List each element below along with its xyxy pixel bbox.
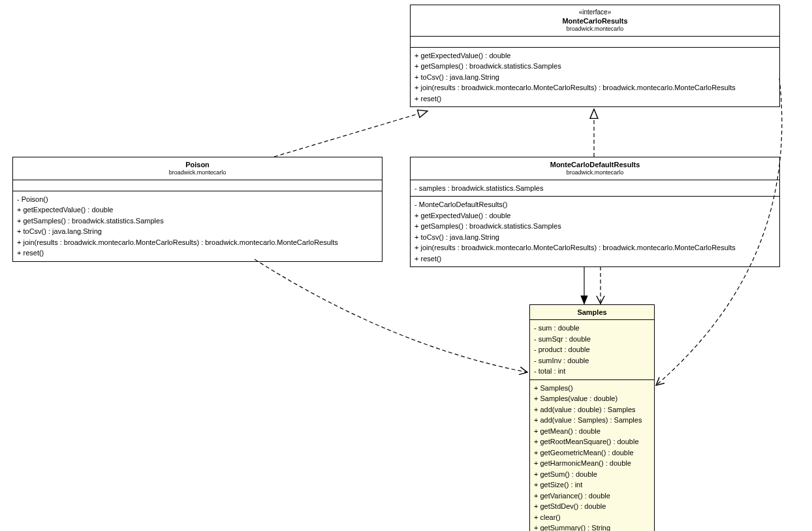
member: + getSize() : int <box>534 479 650 491</box>
fields-section <box>13 180 382 191</box>
class-name: MonteCarloDefaultResults <box>414 160 775 169</box>
member: + toCsv() : java.lang.String <box>414 72 775 83</box>
package-name: broadwick.montecarlo <box>17 169 378 177</box>
methods-section: - Poison()+ getExpectedValue() : double+… <box>13 191 382 261</box>
member: + reset() <box>414 253 775 265</box>
member: + getRootMeanSquare() : double <box>534 436 650 447</box>
member: + join(results : broadwick.montecarlo.Mo… <box>414 82 775 93</box>
member: + join(results : broadwick.montecarlo.Mo… <box>17 237 378 248</box>
class-name: Samples <box>534 308 650 317</box>
member: + add(value : Samples) : Samples <box>534 415 650 426</box>
member: + getSummary() : String <box>534 523 650 531</box>
package-name: broadwick.montecarlo <box>414 25 775 33</box>
member: + getSamples() : broadwick.statistics.Sa… <box>414 61 775 72</box>
member: + Samples(value : double) <box>534 393 650 404</box>
methods-section: + getExpectedValue() : double+ getSample… <box>411 48 779 107</box>
member: - MonteCarloDefaultResults() <box>414 199 775 210</box>
member: + getSamples() : broadwick.statistics.Sa… <box>17 216 378 227</box>
member: + getVariance() : double <box>534 491 650 502</box>
member: + toCsv() : java.lang.String <box>414 232 775 243</box>
member: + clear() <box>534 512 650 523</box>
member: - Poison() <box>17 194 378 205</box>
member: + reset() <box>17 248 378 259</box>
member: + Samples() <box>534 383 650 394</box>
member: + getGeometricMean() : double <box>534 447 650 459</box>
member: - product : double <box>534 344 650 355</box>
fields-section <box>411 37 779 48</box>
stereotype: «interface» <box>414 8 775 16</box>
member: + getSum() : double <box>534 469 650 480</box>
methods-section: + Samples()+ Samples(value : double)+ ad… <box>530 380 654 531</box>
fields-section: - sum : double- sumSqr : double- product… <box>530 320 654 380</box>
class-name: MonteCarloResults <box>414 16 775 25</box>
member: + getExpectedValue() : double <box>17 204 378 216</box>
member: + getExpectedValue() : double <box>414 50 775 61</box>
realization-poison-to-interface <box>274 111 428 157</box>
member: + getStdDev() : double <box>534 501 650 512</box>
class-name: Poison <box>17 160 378 169</box>
member: - samples : broadwick.statistics.Samples <box>414 183 775 194</box>
class-montecarlodefaultresults: MonteCarloDefaultResults broadwick.monte… <box>410 157 780 267</box>
member: + getExpectedValue() : double <box>414 210 775 221</box>
class-poison: Poison broadwick.montecarlo - Poison()+ … <box>12 157 383 262</box>
dependency-poison-to-samples <box>255 259 527 372</box>
methods-section: - MonteCarloDefaultResults()+ getExpecte… <box>411 197 779 266</box>
member: + reset() <box>414 93 775 105</box>
class-montecarloresults: «interface» MonteCarloResults broadwick.… <box>410 5 780 107</box>
member: + getMean() : double <box>534 426 650 437</box>
member: + getSamples() : broadwick.statistics.Sa… <box>414 221 775 232</box>
member: + getHarmonicMean() : double <box>534 458 650 469</box>
fields-section: - samples : broadwick.statistics.Samples <box>411 180 779 197</box>
member: - total : int <box>534 366 650 377</box>
class-samples: Samples - sum : double- sumSqr : double-… <box>529 304 655 531</box>
member: - sum : double <box>534 323 650 334</box>
member: + join(results : broadwick.montecarlo.Mo… <box>414 242 775 253</box>
member: + add(value : double) : Samples <box>534 404 650 415</box>
member: - sumInv : double <box>534 355 650 366</box>
member: - sumSqr : double <box>534 334 650 345</box>
member: + toCsv() : java.lang.String <box>17 226 378 237</box>
package-name: broadwick.montecarlo <box>414 169 775 177</box>
